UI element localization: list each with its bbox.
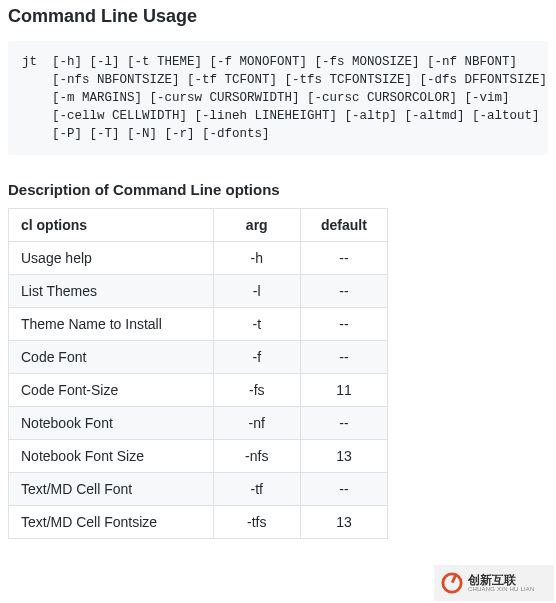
table-row: Notebook Font-nf-- bbox=[9, 407, 388, 440]
table-row: Usage help-h-- bbox=[9, 242, 388, 275]
col-header-arg: arg bbox=[213, 209, 300, 242]
cell-option: Text/MD Cell Font bbox=[9, 473, 214, 506]
cell-option: Theme Name to Install bbox=[9, 308, 214, 341]
table-row: Text/MD Cell Font-tf-- bbox=[9, 473, 388, 506]
table-row: Text/MD Cell Fontsize-tfs13 bbox=[9, 506, 388, 539]
cell-default: -- bbox=[300, 341, 387, 374]
cell-arg: -tf bbox=[213, 473, 300, 506]
cell-default: -- bbox=[300, 473, 387, 506]
cell-option: Text/MD Cell Fontsize bbox=[9, 506, 214, 539]
cell-option: Notebook Font Size bbox=[9, 440, 214, 473]
cell-arg: -h bbox=[213, 242, 300, 275]
table-row: Code Font-Size-fs11 bbox=[9, 374, 388, 407]
cell-arg: -fs bbox=[213, 374, 300, 407]
cell-default: -- bbox=[300, 407, 387, 440]
table-row: Notebook Font Size-nfs13 bbox=[9, 440, 388, 473]
cell-default: 13 bbox=[300, 506, 387, 539]
cell-arg: -l bbox=[213, 275, 300, 308]
cell-option: Notebook Font bbox=[9, 407, 214, 440]
cell-arg: -f bbox=[213, 341, 300, 374]
subsection-heading: Description of Command Line options bbox=[8, 181, 548, 198]
cell-default: 13 bbox=[300, 440, 387, 473]
col-header-options: cl options bbox=[9, 209, 214, 242]
table-row: Code Font-f-- bbox=[9, 341, 388, 374]
cell-option: Code Font bbox=[9, 341, 214, 374]
cell-default: 11 bbox=[300, 374, 387, 407]
cell-arg: -tfs bbox=[213, 506, 300, 539]
cell-arg: -nf bbox=[213, 407, 300, 440]
cell-option: Usage help bbox=[9, 242, 214, 275]
table-row: List Themes-l-- bbox=[9, 275, 388, 308]
col-header-default: default bbox=[300, 209, 387, 242]
options-table: cl options arg default Usage help-h--Lis… bbox=[8, 208, 388, 539]
cell-arg: -t bbox=[213, 308, 300, 341]
cell-default: -- bbox=[300, 308, 387, 341]
section-heading: Command Line Usage bbox=[8, 6, 548, 31]
cell-option: List Themes bbox=[9, 275, 214, 308]
code-block: jt [-h] [-l] [-t THEME] [-f MONOFONT] [-… bbox=[8, 41, 548, 155]
cell-default: -- bbox=[300, 275, 387, 308]
cell-default: -- bbox=[300, 242, 387, 275]
cell-arg: -nfs bbox=[213, 440, 300, 473]
table-row: Theme Name to Install-t-- bbox=[9, 308, 388, 341]
cell-option: Code Font-Size bbox=[9, 374, 214, 407]
